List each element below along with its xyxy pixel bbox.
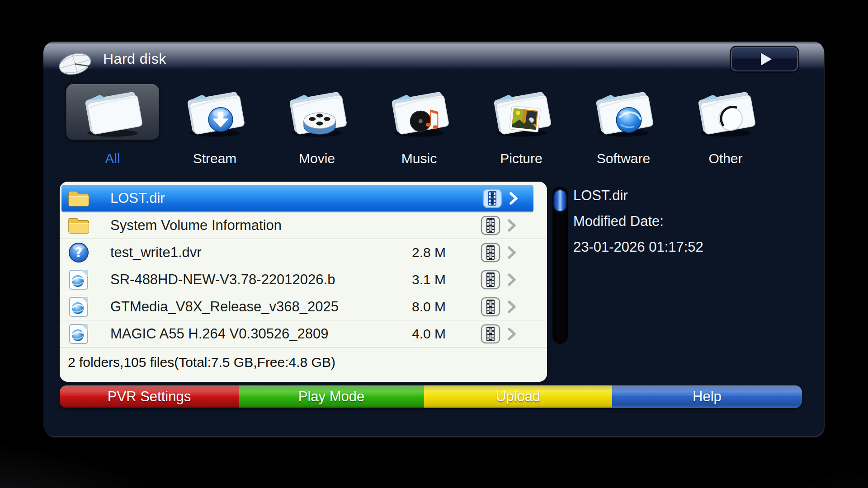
file-row[interactable]: MAGIC A55 H.264 V0.30526_2809 4.0 M: [60, 320, 547, 347]
film-strip-icon: [480, 269, 501, 290]
chevron-right-icon: [508, 192, 521, 205]
bin-file-icon: [67, 269, 93, 291]
tab-other[interactable]: Other: [675, 84, 777, 166]
storage-status: 2 folders,105 files(Total:7.5 GB,Free:4.…: [60, 347, 547, 377]
detail-modified-label: Modified Date:: [573, 208, 703, 234]
tab-stream[interactable]: Stream: [164, 84, 266, 166]
upload-button[interactable]: Upload: [424, 385, 612, 408]
chevron-right-icon: [506, 219, 519, 232]
file-name: SR-488HD-NEW-V3.78-22012026.b: [110, 272, 378, 288]
file-size: 2.8 M: [378, 245, 446, 260]
file-list-panel: LOST.dir System Volume Information: [60, 182, 547, 382]
file-details: LOST.dir Modified Date: 23-01-2026 01:17…: [573, 183, 703, 260]
screen: ♫: [0, 0, 868, 488]
file-size: 8.0 M: [378, 299, 446, 314]
tab-label: Picture: [470, 151, 572, 166]
detail-file-name: LOST.dir: [573, 183, 703, 208]
list-scrollbar[interactable]: [552, 187, 568, 344]
next-page-button[interactable]: [731, 47, 798, 71]
bin-file-icon: [67, 323, 93, 345]
file-manager-window: Hard disk All Stream Movi: [43, 42, 824, 436]
scrollbar-thumb[interactable]: [554, 190, 566, 211]
film-strip-icon: [480, 324, 501, 344]
chevron-right-icon: [506, 300, 519, 314]
file-row[interactable]: test_write1.dvr 2.8 M: [60, 239, 547, 266]
chevron-right-icon: [506, 273, 519, 286]
film-strip-icon: [480, 215, 501, 236]
folder-stream-icon: [168, 84, 261, 140]
file-row[interactable]: SR-488HD-NEW-V3.78-22012026.b 3.1 M: [60, 266, 547, 293]
film-strip-icon: [482, 188, 503, 209]
tab-movie[interactable]: Movie: [266, 84, 368, 166]
file-size: 3.1 M: [378, 272, 446, 287]
file-name: MAGIC A55 H.264 V0.30526_2809: [110, 326, 378, 342]
page-title: Hard disk: [103, 51, 166, 67]
chevron-right-icon: [506, 246, 519, 259]
tab-picture[interactable]: Picture: [470, 84, 572, 166]
file-size: 4.0 M: [378, 326, 446, 342]
file-row[interactable]: GTMedia_V8X_Release_v368_2025 8.0 M: [60, 293, 547, 320]
folder-other-icon: [679, 84, 772, 140]
file-name: GTMedia_V8X_Release_v368_2025: [110, 299, 378, 315]
file-row[interactable]: System Volume Information: [60, 212, 547, 239]
button-label: Help: [693, 389, 722, 405]
folder-movie-icon: [270, 84, 363, 140]
bin-file-icon: [67, 296, 93, 318]
unknown-file-icon: [67, 242, 93, 263]
category-tabs: All Stream Movie Music: [61, 84, 777, 166]
film-strip-icon: [480, 242, 501, 263]
tab-label: Movie: [266, 151, 368, 166]
tab-label: Music: [368, 151, 470, 166]
film-strip-icon: [480, 296, 501, 317]
tab-label: Other: [675, 151, 777, 166]
tab-software[interactable]: Software: [572, 84, 675, 166]
file-name: System Volume Information: [110, 217, 378, 234]
help-button[interactable]: Help: [612, 385, 802, 408]
function-button-bar: PVR Settings Play Mode Upload Help: [60, 385, 802, 408]
folder-icon: [67, 188, 93, 209]
folder-icon: [67, 215, 93, 236]
folder-software-icon: [577, 84, 670, 140]
button-label: PVR Settings: [108, 389, 191, 405]
file-name: LOST.dir: [110, 190, 380, 206]
folder-all-icon: [66, 84, 159, 140]
button-label: Upload: [496, 389, 540, 405]
tab-label: Stream: [164, 151, 266, 166]
pvr-settings-button[interactable]: PVR Settings: [60, 385, 239, 408]
file-list: LOST.dir System Volume Information: [60, 182, 547, 347]
detail-modified-value: 23-01-2026 01:17:52: [573, 234, 703, 260]
file-row[interactable]: LOST.dir: [61, 185, 533, 212]
tab-label: All: [61, 151, 164, 166]
tab-music[interactable]: Music: [368, 84, 470, 166]
folder-picture-icon: [475, 84, 568, 140]
button-label: Play Mode: [298, 389, 364, 405]
tab-all[interactable]: All: [61, 84, 164, 166]
chevron-right-icon: [506, 327, 519, 341]
file-name: test_write1.dvr: [110, 244, 378, 261]
play-mode-button[interactable]: Play Mode: [239, 385, 424, 408]
tab-label: Software: [572, 151, 675, 166]
play-icon: [761, 53, 772, 66]
folder-music-icon: [373, 84, 466, 140]
